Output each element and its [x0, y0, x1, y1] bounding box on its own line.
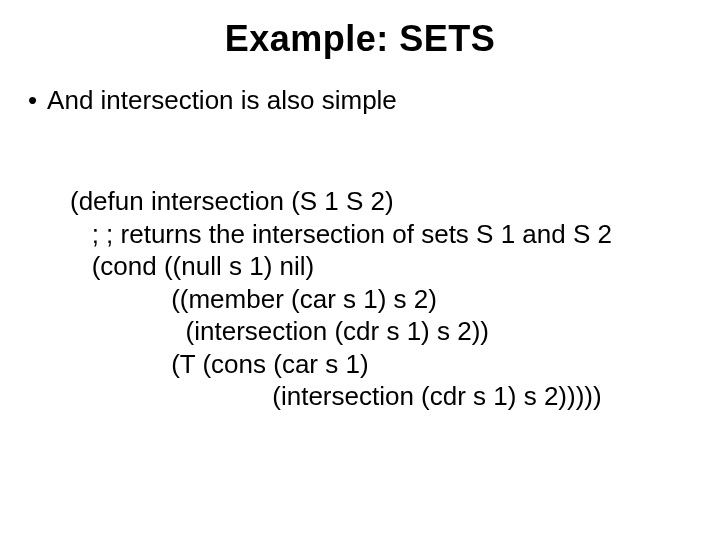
code-line: (cond ((null s 1) nil): [70, 251, 314, 281]
code-line: ((member (car s 1) s 2): [70, 284, 437, 314]
bullet-dot-icon: •: [28, 84, 37, 117]
code-line: ; ; returns the intersection of sets S 1…: [70, 219, 612, 249]
code-block: (defun intersection (S 1 S 2) ; ; return…: [0, 153, 720, 446]
slide-title: Example: SETS: [0, 18, 720, 60]
code-line: (defun intersection (S 1 S 2): [70, 186, 394, 216]
code-line: (intersection (cdr s 1) s 2)): [70, 316, 489, 346]
slide: Example: SETS • And intersection is also…: [0, 0, 720, 540]
code-line: (T (cons (car s 1): [70, 349, 369, 379]
bullet-item: • And intersection is also simple: [0, 84, 720, 117]
code-line: (intersection (cdr s 1) s 2))))): [70, 381, 602, 411]
bullet-text: And intersection is also simple: [47, 84, 720, 117]
